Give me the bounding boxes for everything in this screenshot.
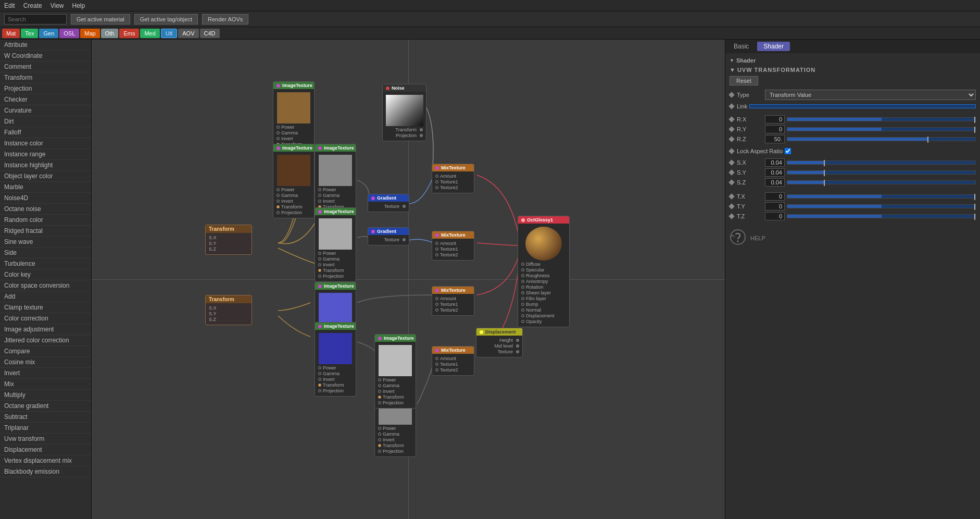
sidebar-item-falloff[interactable]: Falloff: [0, 127, 91, 138]
tab-ems[interactable]: Ems: [119, 29, 139, 38]
ty-slider[interactable]: [787, 204, 976, 208]
panel-tab-basic[interactable]: Basic: [727, 42, 755, 51]
sidebar-item-curvature[interactable]: Curvature: [0, 105, 91, 116]
rz-slider[interactable]: [787, 137, 976, 141]
sidebar-item-turbulence[interactable]: Turbulence: [0, 258, 91, 269]
get-active-tag-button[interactable]: Get active tag/object: [134, 14, 198, 24]
tab-oth[interactable]: Oth: [101, 29, 119, 38]
sidebar-item-comment[interactable]: Comment: [0, 61, 91, 72]
node-gradient2[interactable]: Gradient Texture: [368, 227, 409, 245]
ry-slider[interactable]: [787, 127, 976, 131]
node-mixtexture4[interactable]: MixTexture Amount Texture1 Texture2: [432, 346, 474, 376]
sy-value[interactable]: 0.04: [765, 168, 785, 177]
rz-value[interactable]: 50.: [765, 135, 785, 143]
panel-tab-shader[interactable]: Shader: [757, 42, 790, 51]
uvw-section-header: ▼ UVW TRANSFORMATION: [730, 67, 976, 73]
sidebar-item-add[interactable]: Add: [0, 291, 91, 302]
sx-slider[interactable]: [787, 160, 976, 165]
sidebar-item-instance-highlight[interactable]: Instance highlight: [0, 160, 91, 171]
sidebar-item-mix[interactable]: Mix: [0, 379, 91, 390]
reset-button[interactable]: Reset: [730, 76, 758, 85]
sidebar-item-cosine-mix[interactable]: Cosine mix: [0, 357, 91, 368]
rx-value[interactable]: 0: [765, 115, 785, 123]
tab-aov[interactable]: AOV: [178, 29, 198, 38]
sidebar-item-uvw-transform[interactable]: Uvw transform: [0, 434, 91, 444]
tab-osl[interactable]: OSL: [59, 29, 79, 38]
node-transform2[interactable]: Transform S.X S.Y S.Z: [205, 295, 252, 325]
sidebar-item-instance-range[interactable]: Instance range: [0, 149, 91, 160]
sidebar-item-noise4d[interactable]: Noise4D: [0, 193, 91, 204]
sidebar-item-object-layer-color[interactable]: Object layer color: [0, 171, 91, 182]
link-row: Link: [730, 103, 976, 109]
tab-utl[interactable]: Utl: [161, 29, 177, 38]
menu-create[interactable]: Create: [23, 2, 42, 9]
sidebar-item-image-adjustment[interactable]: Image adjustment: [0, 324, 91, 335]
sidebar-item-vertex-displacement[interactable]: Vertex displacement mix: [0, 455, 91, 466]
tab-map[interactable]: Map: [80, 29, 99, 38]
node-imagetexture4[interactable]: ImageTexture Power Gamma Invert Transfor…: [315, 207, 356, 282]
tab-mat[interactable]: Mat: [2, 29, 20, 38]
node-imagetexture6[interactable]: ImageTexture Power Gamma Invert Transfor…: [315, 322, 356, 397]
sz-slider[interactable]: [787, 180, 976, 184]
sidebar-item-color-space[interactable]: Color space conversion: [0, 280, 91, 291]
node-mixtexture3[interactable]: MixTexture Amount Texture1 Texture2: [432, 286, 474, 316]
rx-slider[interactable]: [787, 117, 976, 121]
sidebar-item-checker[interactable]: Checker: [0, 94, 91, 105]
tab-c4d[interactable]: C4D: [200, 29, 220, 38]
sidebar-item-projection[interactable]: Projection: [0, 83, 91, 94]
get-active-material-button[interactable]: Get active material: [71, 14, 130, 24]
sidebar-item-clamp-texture[interactable]: Clamp texture: [0, 302, 91, 313]
sidebar-item-octane-gradient[interactable]: Octane gradient: [0, 401, 91, 412]
menu-help[interactable]: Help: [72, 2, 85, 9]
sy-slider[interactable]: [787, 170, 976, 175]
sidebar-item-octane-noise[interactable]: Octane noise: [0, 204, 91, 215]
lock-checkbox[interactable]: [785, 148, 791, 154]
sidebar-item-wcoordinate[interactable]: W Coordinate: [0, 51, 91, 61]
sidebar-item-sine-wave[interactable]: Sine wave: [0, 237, 91, 248]
sidebar-item-multiply[interactable]: Multiply: [0, 390, 91, 401]
ty-value[interactable]: 0: [765, 202, 785, 211]
tab-tex[interactable]: Tex: [21, 29, 38, 38]
sidebar-item-transform[interactable]: Transform: [0, 72, 91, 83]
tx-slider[interactable]: [787, 194, 976, 199]
node-mixtexture1[interactable]: MixTexture Amount Texture1 Texture2: [432, 164, 474, 193]
node-gradient1[interactable]: Gradient Texture: [368, 194, 409, 212]
sidebar-item-instance-color[interactable]: Instance color: [0, 138, 91, 149]
node-noise[interactable]: Noise Transform Projection: [382, 84, 426, 141]
tx-value[interactable]: 0: [765, 192, 785, 201]
sidebar-item-side[interactable]: Side: [0, 248, 91, 258]
sz-value[interactable]: 0.04: [765, 178, 785, 187]
tab-gen[interactable]: Gen: [39, 29, 58, 38]
sidebar-item-dirt[interactable]: Dirt: [0, 116, 91, 127]
sidebar-item-color-correction[interactable]: Color correction: [0, 313, 91, 324]
tab-med[interactable]: Med: [140, 29, 159, 38]
sidebar-item-color-key[interactable]: Color key: [0, 269, 91, 280]
menu-view[interactable]: View: [51, 2, 64, 9]
sidebar-item-invert[interactable]: Invert: [0, 368, 91, 379]
sidebar-item-jittered[interactable]: Jittered color correction: [0, 335, 91, 346]
sidebar-item-displacement[interactable]: Displacement: [0, 444, 91, 455]
tz-value[interactable]: 0: [765, 212, 785, 220]
sidebar-item-subtract[interactable]: Subtract: [0, 412, 91, 423]
tz-slider[interactable]: [787, 214, 976, 218]
sidebar-item-random-color[interactable]: Random color: [0, 215, 91, 226]
node-displacement[interactable]: Displacement Height Mid level Texture: [476, 328, 523, 357]
type-select[interactable]: Transform Value: [765, 90, 976, 100]
menu-edit[interactable]: Edit: [4, 2, 15, 9]
render-aovs-button[interactable]: Render AOVs: [202, 14, 248, 24]
sidebar-item-ridged-fractal[interactable]: Ridged fractal: [0, 226, 91, 237]
ry-value[interactable]: 0: [765, 125, 785, 133]
search-input[interactable]: [4, 14, 67, 24]
node-transform1[interactable]: Transform S.X S.Y S.Z: [205, 225, 252, 255]
node-canvas[interactable]: Transform S.X S.Y S.Z Transform S.X S.Y …: [92, 40, 725, 519]
sidebar-item-blackbody[interactable]: Blackbody emission: [0, 466, 91, 477]
node-octglossy[interactable]: OctGlossy1 Diffuse Specular Roughness An…: [518, 216, 570, 327]
node-mixtexture2[interactable]: MixTexture Amount Texture1 Texture2: [432, 231, 474, 261]
sidebar-item-compare[interactable]: Compare: [0, 346, 91, 357]
sidebar-item-triplanar[interactable]: Triplanar: [0, 423, 91, 434]
sx-value[interactable]: 0.04: [765, 158, 785, 167]
node-imagetexture8[interactable]: ImageTexture Power Gamma Invert Transfor…: [374, 334, 416, 409]
node-imagetexture2[interactable]: ImageTexture Power Gamma Invert Transfor…: [273, 144, 315, 218]
sidebar-item-marble[interactable]: Marble: [0, 182, 91, 193]
sidebar-item-attribute[interactable]: Attribute: [0, 40, 91, 51]
